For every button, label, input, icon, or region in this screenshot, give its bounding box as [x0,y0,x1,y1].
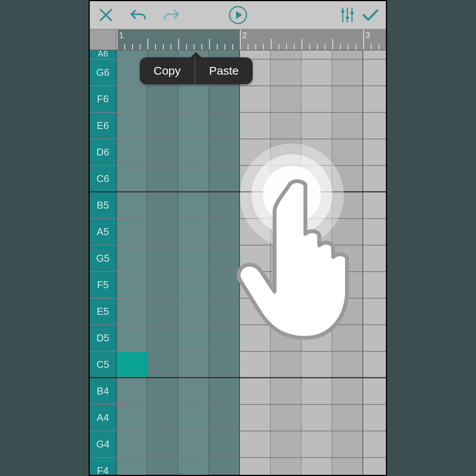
grid-cell[interactable] [117,378,147,404]
note-lane[interactable] [117,246,386,271]
grid-cell[interactable] [271,352,302,377]
grid-cell[interactable] [363,86,387,112]
grid-cell[interactable] [117,86,147,112]
grid-cell[interactable] [271,86,302,112]
grid-cell[interactable] [332,299,363,324]
note-lane[interactable] [117,299,386,324]
note-lane[interactable] [117,325,386,351]
grid-cell[interactable] [147,325,178,351]
grid-cell[interactable] [363,325,387,351]
grid-cell[interactable] [332,378,363,404]
grid-cell[interactable] [209,139,240,165]
grid-cell[interactable] [363,378,387,404]
grid-cell[interactable] [147,166,178,191]
grid-cell[interactable] [332,219,363,245]
grid-cell[interactable] [332,325,363,351]
grid-cell[interactable] [209,113,240,139]
grid-cell[interactable] [363,166,387,191]
grid-cell[interactable] [302,405,332,431]
grid-cell[interactable] [178,405,209,431]
grid-cell[interactable] [178,458,209,476]
grid-cell[interactable] [271,299,302,324]
grid-cell[interactable] [117,192,147,218]
grid-cell[interactable] [147,352,178,377]
grid-cell[interactable] [147,246,178,271]
grid-cell[interactable] [178,299,209,324]
grid-cell[interactable] [332,405,363,431]
piano-key[interactable]: C6 [90,166,117,191]
grid-cell[interactable] [332,458,363,476]
time-ruler[interactable]: 123 [90,30,386,50]
piano-key[interactable]: D5 [90,325,117,351]
grid-cell[interactable] [209,272,240,298]
grid-cell[interactable] [302,299,332,324]
piano-key[interactable]: F4 [90,458,117,476]
grid-cell[interactable] [117,139,147,165]
grid-cell[interactable] [209,86,240,112]
grid-cell[interactable] [117,325,147,351]
grid-cell[interactable] [240,405,271,431]
grid-cell[interactable] [147,378,178,404]
grid-cell[interactable] [240,86,271,112]
piano-key[interactable]: F5 [90,272,117,298]
grid-cell[interactable] [363,458,387,476]
note-lane[interactable] [117,405,386,431]
mixer-button[interactable] [340,7,355,23]
note-lane[interactable] [117,431,386,457]
grid-cell[interactable] [178,431,209,457]
grid-cell[interactable] [178,246,209,271]
grid-cell[interactable] [363,299,387,324]
note-lane[interactable] [117,352,386,377]
grid-cell[interactable] [302,325,332,351]
piano-key[interactable]: E6 [90,113,117,139]
grid-cell[interactable] [147,192,178,218]
grid-cell[interactable] [302,246,332,271]
grid-cell[interactable] [178,166,209,191]
grid-cell[interactable] [240,299,271,324]
grid-cell[interactable] [117,219,147,245]
grid-cell[interactable] [332,352,363,377]
grid-cell[interactable] [302,113,332,139]
grid-cell[interactable] [240,325,271,351]
midi-note[interactable] [117,352,147,377]
undo-button[interactable] [130,8,147,22]
grid-cell[interactable] [271,325,302,351]
grid-cell[interactable] [240,246,271,271]
grid-cell[interactable] [240,378,271,404]
piano-key[interactable]: F6 [90,86,117,112]
copy-menu-item[interactable]: Copy [140,57,194,84]
grid-cell[interactable] [178,86,209,112]
grid-cell[interactable] [363,60,387,85]
grid-cell[interactable] [302,378,332,404]
grid-cell[interactable] [271,272,302,298]
grid-cell[interactable] [178,113,209,139]
grid-cell[interactable] [117,458,147,476]
grid-cell[interactable] [240,113,271,139]
grid-cell[interactable] [117,431,147,457]
grid-cell[interactable] [332,246,363,271]
grid-cell[interactable] [178,272,209,298]
grid-cell[interactable] [271,458,302,476]
grid-cell[interactable] [332,139,363,165]
grid-cell[interactable] [147,139,178,165]
grid-cell[interactable] [332,113,363,139]
grid-cell[interactable] [363,431,387,457]
grid-cell[interactable] [209,166,240,191]
grid-cell[interactable] [271,431,302,457]
grid-cell[interactable] [302,50,332,59]
close-button[interactable] [98,7,114,23]
grid-cell[interactable] [209,299,240,324]
piano-key[interactable]: A6 [90,50,117,59]
grid-cell[interactable] [209,219,240,245]
grid-cell[interactable] [332,272,363,298]
grid-cell[interactable] [332,60,363,85]
grid-cell[interactable] [271,405,302,431]
grid-cell[interactable] [117,246,147,271]
grid-cell[interactable] [363,192,387,218]
grid-cell[interactable] [117,166,147,191]
grid-cell[interactable] [209,246,240,271]
piano-key[interactable]: G4 [90,431,117,457]
note-lane[interactable] [117,378,386,404]
grid-cell[interactable] [271,246,302,271]
grid-cell[interactable] [302,458,332,476]
